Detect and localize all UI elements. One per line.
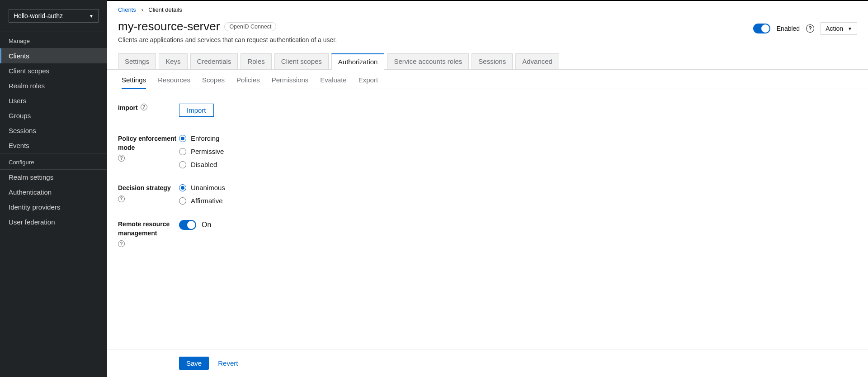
tab-keys[interactable]: Keys xyxy=(159,53,187,70)
radio-enforcing[interactable]: Enforcing xyxy=(179,134,594,142)
nav-items-configure: Realm settings Authentication Identity p… xyxy=(0,170,107,229)
sidebar-item-groups[interactable]: Groups xyxy=(0,108,107,123)
subtab-scopes[interactable]: Scopes xyxy=(202,76,225,89)
page-subtitle: Clients are applications and services th… xyxy=(118,36,337,43)
action-dropdown[interactable]: Action ▼ xyxy=(821,22,857,35)
import-label: Import xyxy=(118,104,138,113)
subtab-evaluate[interactable]: Evaluate xyxy=(320,76,346,89)
breadcrumb: Clients › Client details xyxy=(107,1,868,15)
sidebar-item-events[interactable]: Events xyxy=(0,138,107,153)
main-content: Clients › Client details my-resource-ser… xyxy=(107,0,868,377)
radio-icon xyxy=(179,184,186,191)
radio-affirmative[interactable]: Affirmative xyxy=(179,197,594,205)
subtab-policies[interactable]: Policies xyxy=(236,76,260,89)
radio-icon xyxy=(179,135,186,142)
page-title: my-resource-server xyxy=(118,19,220,33)
help-icon[interactable]: ? xyxy=(141,104,147,110)
policy-mode-radio-group: Enforcing Permissive Disabled xyxy=(179,134,594,168)
nav-items-manage: Clients Client scopes Realm roles Users … xyxy=(0,48,107,153)
subtab-resources[interactable]: Resources xyxy=(158,76,190,89)
realm-selector[interactable]: Hello-world-authz ▼ xyxy=(9,9,99,23)
import-button[interactable]: Import xyxy=(179,104,214,117)
radio-icon xyxy=(179,197,186,205)
remote-resource-label: Remote resource management xyxy=(118,220,179,238)
tab-roles[interactable]: Roles xyxy=(241,53,271,70)
radio-icon xyxy=(179,148,186,155)
sub-tabs: Settings Resources Scopes Policies Permi… xyxy=(107,70,868,89)
protocol-badge: OpenID Connect xyxy=(224,22,276,31)
breadcrumb-current: Client details xyxy=(148,6,182,13)
tab-client-scopes[interactable]: Client scopes xyxy=(274,53,329,70)
tab-credentials[interactable]: Credentials xyxy=(190,53,238,70)
help-icon[interactable]: ? xyxy=(118,155,125,162)
sidebar-item-realm-settings[interactable]: Realm settings xyxy=(0,170,107,185)
subtab-export[interactable]: Export xyxy=(359,76,378,89)
help-icon[interactable]: ? xyxy=(118,196,125,202)
chevron-down-icon: ▼ xyxy=(89,14,94,19)
radio-permissive[interactable]: Permissive xyxy=(179,148,594,155)
enabled-toggle[interactable] xyxy=(753,24,770,33)
primary-tabs: Settings Keys Credentials Roles Client s… xyxy=(118,53,857,70)
help-icon[interactable]: ? xyxy=(118,240,125,247)
radio-disabled[interactable]: Disabled xyxy=(179,161,594,168)
sidebar-item-client-scopes[interactable]: Client scopes xyxy=(0,63,107,78)
sidebar-item-realm-roles[interactable]: Realm roles xyxy=(0,78,107,93)
action-label: Action xyxy=(826,25,843,32)
sidebar-item-identity-providers[interactable]: Identity providers xyxy=(0,200,107,215)
remote-resource-state: On xyxy=(202,221,211,229)
save-button[interactable]: Save xyxy=(179,357,209,370)
footer-bar: Save Revert xyxy=(107,349,868,377)
sidebar-item-sessions[interactable]: Sessions xyxy=(0,123,107,138)
policy-mode-label: Policy enforcement mode xyxy=(118,134,179,152)
tab-advanced[interactable]: Advanced xyxy=(515,53,559,70)
sidebar-item-user-federation[interactable]: User federation xyxy=(0,215,107,229)
tab-settings[interactable]: Settings xyxy=(118,53,156,70)
sidebar: Hello-world-authz ▼ Manage Clients Clien… xyxy=(0,0,107,377)
remote-resource-toggle[interactable] xyxy=(179,220,196,230)
tab-sessions[interactable]: Sessions xyxy=(472,53,513,70)
tab-authorization[interactable]: Authorization xyxy=(331,53,385,70)
enabled-label: Enabled xyxy=(777,25,800,32)
sidebar-item-users[interactable]: Users xyxy=(0,93,107,108)
radio-unanimous[interactable]: Unanimous xyxy=(179,184,594,191)
chevron-down-icon: ▼ xyxy=(848,26,852,31)
radio-icon xyxy=(179,161,186,168)
help-icon[interactable]: ? xyxy=(806,24,814,33)
sidebar-item-authentication[interactable]: Authentication xyxy=(0,185,107,200)
tab-service-accounts-roles[interactable]: Service accounts roles xyxy=(387,53,469,70)
decision-strategy-radio-group: Unanimous Affirmative xyxy=(179,184,594,205)
breadcrumb-clients-link[interactable]: Clients xyxy=(118,6,136,13)
revert-button[interactable]: Revert xyxy=(218,359,238,367)
nav-section-manage: Manage xyxy=(0,32,107,48)
realm-name: Hello-world-authz xyxy=(14,12,63,19)
sidebar-item-clients[interactable]: Clients xyxy=(0,48,107,63)
subtab-permissions[interactable]: Permissions xyxy=(272,76,309,89)
subtab-settings[interactable]: Settings xyxy=(122,76,146,89)
nav-section-configure: Configure xyxy=(0,153,107,169)
decision-strategy-label: Decision strategy xyxy=(118,184,171,193)
chevron-right-icon: › xyxy=(141,6,143,13)
